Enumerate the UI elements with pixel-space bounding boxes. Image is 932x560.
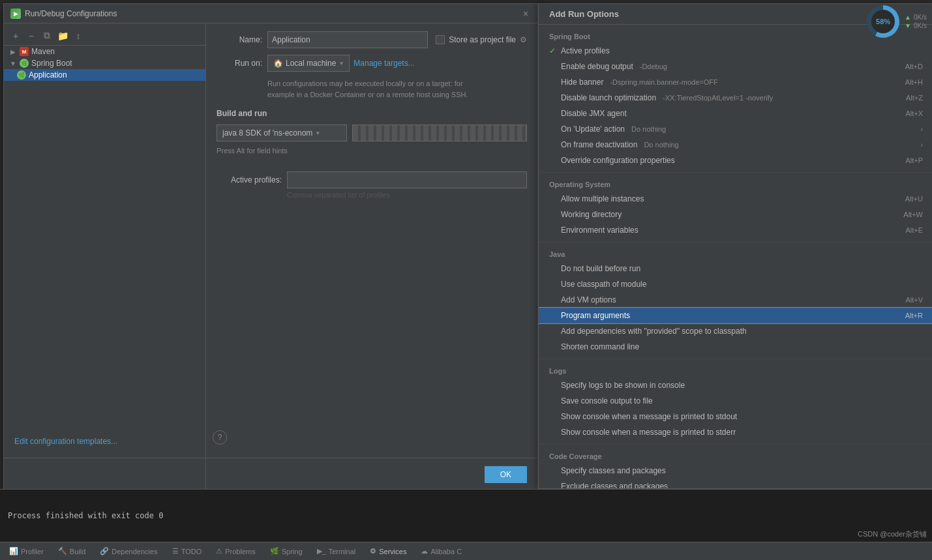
option-left: Environment variables (549, 226, 905, 235)
option-detail: -Ddebug (640, 63, 667, 70)
os-group-title: Operating System (539, 177, 932, 191)
tab-todo-label: TODO (181, 548, 202, 555)
store-checkbox[interactable] (436, 35, 445, 44)
upload-value: 0K/s (914, 14, 927, 21)
option-specify-classes[interactable]: Specify classes and packages (539, 463, 932, 479)
option-exclude-classes[interactable]: Exclude classes and packages (539, 479, 932, 489)
tab-alibaba[interactable]: ☁ Alibaba C (414, 546, 468, 557)
option-active-profiles[interactable]: ✓ Active profiles (539, 43, 932, 59)
tab-spring-label: Spring (282, 548, 303, 555)
java-group: Java Do not build before run Use classpa… (539, 243, 932, 359)
option-shorten-cmd[interactable]: Shorten command line (539, 339, 932, 355)
ok-button[interactable]: OK (485, 466, 527, 483)
option-disable-jmx[interactable]: Disable JMX agent Alt+X (539, 106, 932, 121)
tree-item-maven[interactable]: ▶ M Maven (4, 46, 205, 57)
tab-services-label: Services (379, 548, 406, 555)
home-icon: 🏠 (273, 59, 283, 68)
spring-boot-label: Spring Boot (31, 59, 72, 68)
option-enable-debug[interactable]: Enable debug output -Ddebug Alt+D (539, 59, 932, 74)
tab-todo[interactable]: ☰ TODO (166, 546, 209, 557)
option-name: Allow multiple instances (561, 194, 644, 203)
spring-icon: 🌿 (20, 59, 29, 68)
option-provided-scope[interactable]: Add dependencies with "provided" scope t… (539, 323, 932, 339)
copy-config-button[interactable]: ⧉ (40, 29, 53, 42)
option-shortcut: Alt+H (905, 78, 923, 86)
option-on-update[interactable]: On 'Update' action Do nothing › (539, 121, 932, 137)
tab-services[interactable]: ⚙ Services (363, 546, 413, 557)
option-name: Shorten command line (561, 342, 639, 351)
name-input[interactable] (267, 31, 428, 48)
option-name: Specify logs to be shown in console (561, 381, 685, 390)
sdk-arrow-icon: ▼ (315, 130, 320, 136)
help-row: ? (213, 425, 227, 450)
close-button[interactable]: × (520, 8, 531, 19)
tab-spring[interactable]: 🌿 Spring (263, 546, 309, 557)
tree-item-application[interactable]: 🌿 Application (4, 69, 205, 81)
option-disable-launch[interactable]: Disable launch optimization -XX:TieredSt… (539, 90, 932, 106)
run-on-container: 🏠 Local machine ▼ Manage targets... (267, 55, 527, 72)
option-on-frame[interactable]: On frame deactivation Do nothing › (539, 137, 932, 153)
option-save-console[interactable]: Save console output to file (539, 393, 932, 409)
terminal-bar: Process finished with exit code 0 📊 Prof… (0, 489, 932, 560)
tab-terminal[interactable]: ▶_ Terminal (310, 546, 363, 557)
option-detail: Do nothing (644, 141, 678, 149)
dialog-body: + − ⧉ 📁 ↕ ▶ M Maven ▼ 🌿 Spring Boot 🌿 (4, 23, 537, 490)
tab-build[interactable]: 🔨 Build (52, 546, 92, 557)
option-shortcut: Alt+Z (906, 94, 923, 102)
tab-profiler[interactable]: 📊 Profiler (3, 546, 50, 557)
tab-problems-label: Problems (225, 548, 255, 555)
application-label: Application (29, 70, 67, 80)
option-override-config[interactable]: Override configuration properties Alt+P (539, 153, 932, 168)
tab-problems[interactable]: ⚠ Problems (209, 546, 262, 557)
option-allow-multiple[interactable]: Allow multiple instances Alt+U (539, 191, 932, 207)
profiles-label: Active profiles: (217, 175, 282, 184)
main-class-input[interactable] (352, 125, 527, 141)
dialog-titlebar: ▶ Run/Debug Configurations × (4, 4, 537, 23)
option-show-stdout[interactable]: Show console when a message is printed t… (539, 409, 932, 424)
tab-dependencies[interactable]: 🔗 Dependencies (93, 546, 164, 557)
todo-icon: ☰ (172, 547, 179, 555)
option-name: Do not build before run (561, 264, 640, 273)
option-vm-options[interactable]: Add VM options Alt+V (539, 292, 932, 308)
option-name: Disable launch optimization (561, 93, 656, 102)
run-on-row: Run on: 🏠 Local machine ▼ Manage targets… (217, 55, 527, 72)
option-left: Use classpath of module (549, 280, 923, 289)
option-program-args[interactable]: Program arguments Alt+R (539, 308, 932, 323)
sort-config-button[interactable]: ↕ (72, 29, 85, 42)
option-name: Override configuration properties (561, 156, 675, 165)
gear-icon[interactable]: ⚙ (520, 35, 527, 44)
option-no-build[interactable]: Do not build before run (539, 261, 932, 276)
manage-targets-link[interactable]: Manage targets... (353, 59, 414, 68)
option-shortcut: Alt+D (905, 63, 923, 70)
option-show-stderr[interactable]: Show console when a message is printed t… (539, 424, 932, 440)
option-logs-console[interactable]: Specify logs to be shown in console (539, 377, 932, 393)
maven-label: Maven (31, 47, 55, 56)
remove-config-button[interactable]: − (25, 29, 38, 42)
sdk-dropdown[interactable]: java 8 SDK of 'ns-econom ▼ (217, 125, 347, 141)
tree-item-spring-boot[interactable]: ▼ 🌿 Spring Boot (4, 57, 205, 69)
folder-config-button[interactable]: 📁 (56, 29, 69, 42)
option-shortcut: Alt+V (905, 296, 923, 304)
tab-dependencies-label: Dependencies (112, 548, 157, 555)
option-working-dir[interactable]: Working directory Alt+W (539, 207, 932, 222)
option-name: Use classpath of module (561, 280, 646, 289)
edit-templates-link[interactable]: Edit configuration templates... (14, 437, 117, 446)
option-env-vars[interactable]: Environment variables Alt+E (539, 222, 932, 238)
add-config-button[interactable]: + (9, 29, 22, 42)
option-classpath[interactable]: Use classpath of module (539, 276, 932, 292)
option-left: Allow multiple instances (549, 194, 905, 203)
dependencies-icon: 🔗 (100, 547, 109, 555)
name-store-row: Name: Store as project file ⚙ (217, 31, 527, 48)
profiles-input[interactable] (287, 171, 527, 188)
option-left: Exclude classes and packages (549, 482, 923, 489)
option-shortcut: Alt+R (905, 312, 923, 319)
help-button[interactable]: ? (213, 430, 227, 445)
watermark: CSDN @coder杂货铺 (858, 529, 927, 539)
option-name: On 'Update' action (561, 125, 625, 134)
logs-group-title: Logs (539, 363, 932, 377)
option-hide-banner[interactable]: Hide banner -Dspring.main.banner-mode=OF… (539, 74, 932, 90)
option-name: Active profiles (561, 46, 610, 55)
store-label: Store as project file (449, 35, 516, 44)
build-icon: 🔨 (58, 547, 67, 555)
run-on-dropdown[interactable]: 🏠 Local machine ▼ (267, 55, 350, 72)
